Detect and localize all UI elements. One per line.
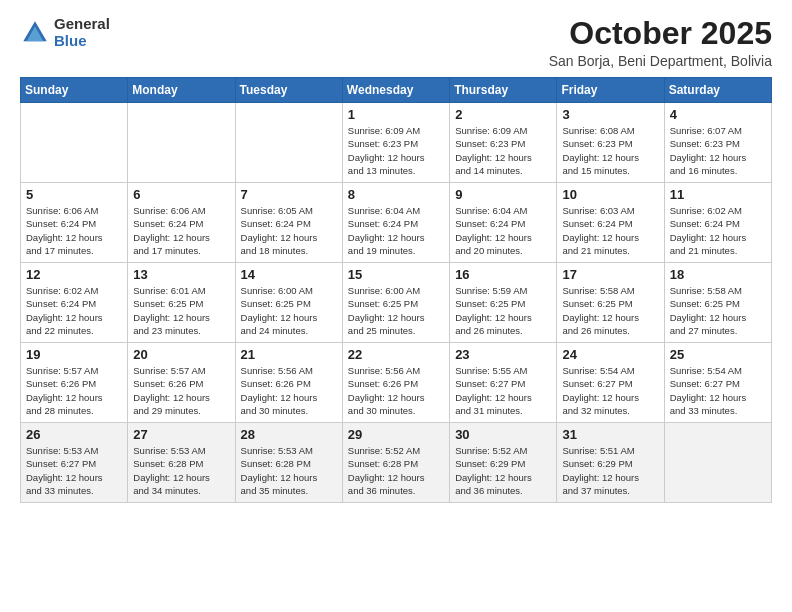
day-info: Sunrise: 5:58 AM Sunset: 6:25 PM Dayligh… xyxy=(562,284,658,337)
day-info: Sunrise: 6:06 AM Sunset: 6:24 PM Dayligh… xyxy=(133,204,229,257)
table-row xyxy=(128,103,235,183)
day-number: 6 xyxy=(133,187,229,202)
day-info: Sunrise: 6:04 AM Sunset: 6:24 PM Dayligh… xyxy=(348,204,444,257)
table-row: 29Sunrise: 5:52 AM Sunset: 6:28 PM Dayli… xyxy=(342,423,449,503)
table-row: 31Sunrise: 5:51 AM Sunset: 6:29 PM Dayli… xyxy=(557,423,664,503)
col-monday: Monday xyxy=(128,78,235,103)
day-number: 2 xyxy=(455,107,551,122)
table-row xyxy=(235,103,342,183)
header: General Blue October 2025 San Borja, Ben… xyxy=(20,16,772,69)
table-row: 2Sunrise: 6:09 AM Sunset: 6:23 PM Daylig… xyxy=(450,103,557,183)
day-number: 9 xyxy=(455,187,551,202)
day-number: 1 xyxy=(348,107,444,122)
table-row: 1Sunrise: 6:09 AM Sunset: 6:23 PM Daylig… xyxy=(342,103,449,183)
table-row: 14Sunrise: 6:00 AM Sunset: 6:25 PM Dayli… xyxy=(235,263,342,343)
day-number: 12 xyxy=(26,267,122,282)
table-row: 3Sunrise: 6:08 AM Sunset: 6:23 PM Daylig… xyxy=(557,103,664,183)
day-number: 22 xyxy=(348,347,444,362)
logo-text: General Blue xyxy=(54,16,110,49)
table-row: 26Sunrise: 5:53 AM Sunset: 6:27 PM Dayli… xyxy=(21,423,128,503)
table-row: 10Sunrise: 6:03 AM Sunset: 6:24 PM Dayli… xyxy=(557,183,664,263)
calendar-week-row: 26Sunrise: 5:53 AM Sunset: 6:27 PM Dayli… xyxy=(21,423,772,503)
day-number: 14 xyxy=(241,267,337,282)
day-info: Sunrise: 5:52 AM Sunset: 6:29 PM Dayligh… xyxy=(455,444,551,497)
col-sunday: Sunday xyxy=(21,78,128,103)
month-title: October 2025 xyxy=(549,16,772,51)
logo-blue-text: Blue xyxy=(54,33,110,50)
day-number: 7 xyxy=(241,187,337,202)
day-info: Sunrise: 6:08 AM Sunset: 6:23 PM Dayligh… xyxy=(562,124,658,177)
day-info: Sunrise: 5:54 AM Sunset: 6:27 PM Dayligh… xyxy=(670,364,766,417)
logo: General Blue xyxy=(20,16,110,49)
table-row: 28Sunrise: 5:53 AM Sunset: 6:28 PM Dayli… xyxy=(235,423,342,503)
day-number: 19 xyxy=(26,347,122,362)
table-row: 27Sunrise: 5:53 AM Sunset: 6:28 PM Dayli… xyxy=(128,423,235,503)
col-saturday: Saturday xyxy=(664,78,771,103)
logo-general-text: General xyxy=(54,16,110,33)
day-info: Sunrise: 5:59 AM Sunset: 6:25 PM Dayligh… xyxy=(455,284,551,337)
table-row: 12Sunrise: 6:02 AM Sunset: 6:24 PM Dayli… xyxy=(21,263,128,343)
day-number: 3 xyxy=(562,107,658,122)
table-row: 20Sunrise: 5:57 AM Sunset: 6:26 PM Dayli… xyxy=(128,343,235,423)
day-number: 29 xyxy=(348,427,444,442)
day-number: 4 xyxy=(670,107,766,122)
table-row: 8Sunrise: 6:04 AM Sunset: 6:24 PM Daylig… xyxy=(342,183,449,263)
day-number: 25 xyxy=(670,347,766,362)
table-row: 19Sunrise: 5:57 AM Sunset: 6:26 PM Dayli… xyxy=(21,343,128,423)
day-info: Sunrise: 6:00 AM Sunset: 6:25 PM Dayligh… xyxy=(241,284,337,337)
day-info: Sunrise: 5:57 AM Sunset: 6:26 PM Dayligh… xyxy=(133,364,229,417)
day-number: 17 xyxy=(562,267,658,282)
table-row: 11Sunrise: 6:02 AM Sunset: 6:24 PM Dayli… xyxy=(664,183,771,263)
day-info: Sunrise: 6:09 AM Sunset: 6:23 PM Dayligh… xyxy=(455,124,551,177)
day-number: 30 xyxy=(455,427,551,442)
table-row: 21Sunrise: 5:56 AM Sunset: 6:26 PM Dayli… xyxy=(235,343,342,423)
day-number: 27 xyxy=(133,427,229,442)
day-number: 11 xyxy=(670,187,766,202)
title-block: October 2025 San Borja, Beni Department,… xyxy=(549,16,772,69)
day-number: 21 xyxy=(241,347,337,362)
day-number: 13 xyxy=(133,267,229,282)
day-info: Sunrise: 5:56 AM Sunset: 6:26 PM Dayligh… xyxy=(348,364,444,417)
day-info: Sunrise: 6:00 AM Sunset: 6:25 PM Dayligh… xyxy=(348,284,444,337)
calendar-week-row: 5Sunrise: 6:06 AM Sunset: 6:24 PM Daylig… xyxy=(21,183,772,263)
day-info: Sunrise: 6:02 AM Sunset: 6:24 PM Dayligh… xyxy=(26,284,122,337)
day-number: 28 xyxy=(241,427,337,442)
day-info: Sunrise: 5:56 AM Sunset: 6:26 PM Dayligh… xyxy=(241,364,337,417)
day-number: 18 xyxy=(670,267,766,282)
col-tuesday: Tuesday xyxy=(235,78,342,103)
day-info: Sunrise: 5:53 AM Sunset: 6:28 PM Dayligh… xyxy=(241,444,337,497)
day-info: Sunrise: 5:57 AM Sunset: 6:26 PM Dayligh… xyxy=(26,364,122,417)
calendar-table: Sunday Monday Tuesday Wednesday Thursday… xyxy=(20,77,772,503)
calendar-week-row: 12Sunrise: 6:02 AM Sunset: 6:24 PM Dayli… xyxy=(21,263,772,343)
calendar-week-row: 19Sunrise: 5:57 AM Sunset: 6:26 PM Dayli… xyxy=(21,343,772,423)
col-thursday: Thursday xyxy=(450,78,557,103)
table-row: 25Sunrise: 5:54 AM Sunset: 6:27 PM Dayli… xyxy=(664,343,771,423)
table-row: 16Sunrise: 5:59 AM Sunset: 6:25 PM Dayli… xyxy=(450,263,557,343)
table-row: 30Sunrise: 5:52 AM Sunset: 6:29 PM Dayli… xyxy=(450,423,557,503)
table-row: 13Sunrise: 6:01 AM Sunset: 6:25 PM Dayli… xyxy=(128,263,235,343)
calendar-header-row: Sunday Monday Tuesday Wednesday Thursday… xyxy=(21,78,772,103)
table-row: 17Sunrise: 5:58 AM Sunset: 6:25 PM Dayli… xyxy=(557,263,664,343)
table-row: 18Sunrise: 5:58 AM Sunset: 6:25 PM Dayli… xyxy=(664,263,771,343)
logo-icon xyxy=(20,18,50,48)
table-row: 4Sunrise: 6:07 AM Sunset: 6:23 PM Daylig… xyxy=(664,103,771,183)
table-row: 15Sunrise: 6:00 AM Sunset: 6:25 PM Dayli… xyxy=(342,263,449,343)
day-number: 8 xyxy=(348,187,444,202)
day-info: Sunrise: 6:01 AM Sunset: 6:25 PM Dayligh… xyxy=(133,284,229,337)
table-row: 7Sunrise: 6:05 AM Sunset: 6:24 PM Daylig… xyxy=(235,183,342,263)
page: General Blue October 2025 San Borja, Ben… xyxy=(0,0,792,612)
day-info: Sunrise: 5:51 AM Sunset: 6:29 PM Dayligh… xyxy=(562,444,658,497)
day-info: Sunrise: 6:04 AM Sunset: 6:24 PM Dayligh… xyxy=(455,204,551,257)
table-row: 24Sunrise: 5:54 AM Sunset: 6:27 PM Dayli… xyxy=(557,343,664,423)
day-info: Sunrise: 5:53 AM Sunset: 6:27 PM Dayligh… xyxy=(26,444,122,497)
day-info: Sunrise: 5:58 AM Sunset: 6:25 PM Dayligh… xyxy=(670,284,766,337)
day-info: Sunrise: 6:02 AM Sunset: 6:24 PM Dayligh… xyxy=(670,204,766,257)
subtitle: San Borja, Beni Department, Bolivia xyxy=(549,53,772,69)
day-number: 16 xyxy=(455,267,551,282)
day-number: 24 xyxy=(562,347,658,362)
day-info: Sunrise: 5:53 AM Sunset: 6:28 PM Dayligh… xyxy=(133,444,229,497)
day-info: Sunrise: 5:54 AM Sunset: 6:27 PM Dayligh… xyxy=(562,364,658,417)
day-info: Sunrise: 6:06 AM Sunset: 6:24 PM Dayligh… xyxy=(26,204,122,257)
day-number: 5 xyxy=(26,187,122,202)
day-number: 15 xyxy=(348,267,444,282)
